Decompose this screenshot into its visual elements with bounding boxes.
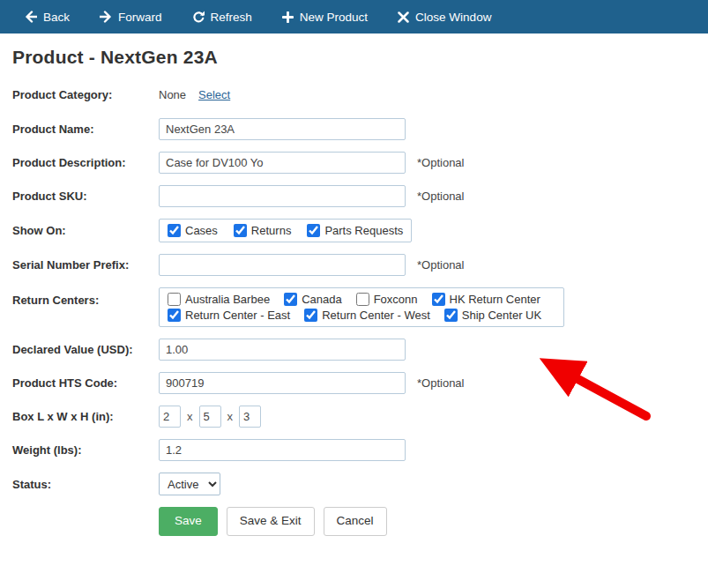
checkbox-item-australia-barbee[interactable]: Australia Barbee (168, 293, 270, 306)
checkbox-label: Foxconn (374, 293, 418, 306)
product-sku-input[interactable] (159, 185, 406, 207)
checkbox-label: Ship Center UK (462, 309, 541, 322)
checkbox-label: Cases (185, 224, 218, 237)
foxconn-checkbox[interactable] (356, 293, 369, 306)
checkbox-label: Returns (251, 224, 292, 237)
field-label: Product SKU: (12, 190, 159, 203)
row-show-on: Show On: Cases Returns Parts Requests (12, 219, 708, 242)
toolbar-item-label: Back (43, 11, 70, 24)
checkbox-label: Canada (302, 293, 342, 306)
field-label: Serial Number Prefix: (12, 258, 159, 272)
field-label: Product Category: (12, 88, 159, 101)
status-select[interactable]: Active (159, 473, 220, 495)
optional-note: *Optional (417, 376, 464, 390)
row-product-hts-code: Product HTS Code: *Optional (12, 372, 708, 394)
field-label: Return Centers: (12, 287, 159, 307)
product-description-input[interactable] (159, 152, 406, 174)
toolbar-item-label: Forward (118, 11, 162, 24)
field-label: Declared Value (USD): (12, 343, 159, 356)
checkbox-label: Return Center - West (322, 309, 430, 322)
forward-arrow-icon (100, 11, 112, 23)
row-product-category: Product Category: None Select (12, 88, 708, 101)
checkbox-item-canada[interactable]: Canada (284, 293, 342, 306)
checkbox-item-parts-requests[interactable]: Parts Requests (307, 224, 403, 237)
toolbar-item-back[interactable]: Back (25, 11, 70, 24)
field-label: Box L x W x H (in): (12, 410, 159, 423)
checkbox-item-ship-center-uk[interactable]: Ship Center UK (444, 309, 541, 322)
box-length-input[interactable] (159, 406, 181, 428)
ship-center-uk-checkbox[interactable] (444, 309, 458, 322)
checkbox-item-cases[interactable]: Cases (168, 224, 218, 237)
box-width-input[interactable] (199, 406, 221, 428)
select-category-link[interactable]: Select (198, 88, 230, 101)
show-on-group: Cases Returns Parts Requests (159, 219, 412, 242)
optional-note: *Optional (417, 190, 464, 203)
toolbar-item-label: New Product (300, 11, 368, 24)
toolbar-item-label: Close Window (415, 11, 491, 24)
save-button[interactable]: Save (159, 507, 218, 536)
checkbox-label: Parts Requests (324, 224, 403, 237)
toolbar: Back Forward Refresh New Product Close W… (0, 0, 708, 33)
plus-icon (282, 11, 294, 23)
box-height-input[interactable] (239, 406, 261, 428)
declared-value-input[interactable] (159, 339, 406, 361)
button-row: Save Save & Exit Cancel (159, 507, 708, 536)
weight-input[interactable] (159, 439, 406, 461)
checkbox-label: HK Return Center (450, 293, 540, 306)
checkbox-item-returns[interactable]: Returns (234, 224, 292, 237)
australia-barbee-checkbox[interactable] (168, 293, 181, 306)
row-product-description: Product Description: *Optional (12, 152, 708, 174)
row-return-centers: Return Centers: Australia Barbee Canada … (12, 287, 708, 327)
field-label: Status: (12, 478, 159, 491)
field-label: Product Description: (12, 156, 159, 169)
toolbar-item-forward[interactable]: Forward (100, 11, 162, 24)
hk-return-center-checkbox[interactable] (432, 293, 445, 306)
field-label: Product Name: (12, 123, 159, 136)
checkbox-item-hk-return-center[interactable]: HK Return Center (432, 293, 540, 306)
page-title: Product - NextGen 23A (12, 47, 708, 68)
refresh-icon (192, 11, 205, 23)
row-product-name: Product Name: (12, 118, 708, 140)
checkbox-item-foxconn[interactable]: Foxconn (356, 293, 418, 306)
toolbar-item-refresh[interactable]: Refresh (192, 11, 252, 24)
cancel-button[interactable]: Cancel (324, 507, 387, 536)
row-weight: Weight (lbs): (12, 439, 708, 461)
parts-requests-checkbox[interactable] (307, 224, 320, 237)
field-label: Weight (lbs): (12, 443, 159, 457)
checkbox-item-return-center-west[interactable]: Return Center - West (304, 309, 430, 322)
row-declared-value: Declared Value (USD): (12, 339, 708, 361)
checkbox-label: Return Center - East (185, 309, 290, 322)
checkbox-label: Australia Barbee (185, 293, 270, 306)
product-name-input[interactable] (159, 118, 406, 140)
canada-checkbox[interactable] (284, 293, 297, 306)
return-center-east-checkbox[interactable] (168, 309, 181, 322)
category-value: None (159, 88, 186, 101)
toolbar-item-label: Refresh (211, 11, 252, 24)
toolbar-item-close-window[interactable]: Close Window (398, 11, 491, 24)
back-arrow-icon (25, 11, 37, 23)
return-center-west-checkbox[interactable] (304, 309, 317, 322)
checkbox-item-return-center-east[interactable]: Return Center - East (168, 309, 290, 322)
optional-note: *Optional (417, 156, 464, 169)
product-hts-code-input[interactable] (159, 372, 406, 394)
save-exit-button[interactable]: Save & Exit (227, 507, 315, 536)
optional-note: *Optional (417, 258, 464, 272)
cases-checkbox[interactable] (168, 224, 181, 237)
field-label: Product HTS Code: (12, 376, 159, 390)
returns-checkbox[interactable] (234, 224, 247, 237)
close-icon (398, 11, 409, 23)
return-centers-group: Australia Barbee Canada Foxconn HK Retur… (159, 287, 564, 327)
row-status: Status: Active (12, 473, 708, 495)
toolbar-item-new-product[interactable]: New Product (282, 11, 368, 24)
row-product-sku: Product SKU: *Optional (12, 185, 708, 207)
product-form: Product Category: None Select Product Na… (12, 88, 708, 536)
dimension-separator: x (187, 410, 193, 423)
field-label: Show On: (12, 224, 159, 237)
serial-number-prefix-input[interactable] (159, 254, 406, 276)
dimension-separator: x (227, 410, 234, 423)
row-box-dimensions: Box L x W x H (in): x x (12, 406, 708, 428)
row-serial-number-prefix: Serial Number Prefix: *Optional (12, 254, 708, 276)
